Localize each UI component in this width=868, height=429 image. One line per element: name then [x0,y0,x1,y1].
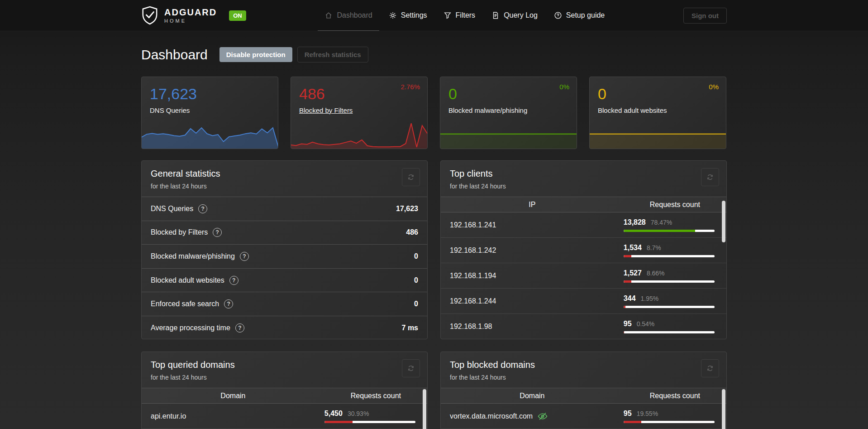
table-row: 192.168.1.241 13,82878.47% [441,212,726,238]
request-percent: 30.93% [348,410,369,417]
disable-protection-button[interactable]: Disable protection [219,47,292,62]
row-value: 0 [414,300,418,308]
sign-out-button[interactable]: Sign out [683,8,727,24]
column-header: Requests count [624,392,726,400]
request-count: 95 [624,410,632,418]
nav-label: Query Log [504,11,538,19]
general-statistics-card: General statistics for the last 24 hours… [141,160,428,339]
blocked-adult-sparkline [589,121,726,149]
help-tooltip-icon[interactable]: ? [229,276,238,285]
domain-name: vortex.data.microsoft.com [450,412,533,420]
table-row: Blocked adult websites? 0 [142,269,427,293]
top-blocked-domains-table: Domain Requests count vortex.data.micros… [441,388,726,429]
help-tooltip-icon[interactable]: ? [198,204,207,213]
column-header: IP [441,201,624,209]
help-tooltip-icon[interactable]: ? [224,299,233,308]
row-label: Enforced safe search [151,300,219,308]
nav-item-dashboard[interactable]: Dashboard [318,0,379,31]
nav-item-setup-guide[interactable]: Setup guide [547,0,611,31]
request-percent: 19.55% [637,410,658,417]
dns-queries-sparkline [141,121,278,149]
table-row: vortex.data.microsoft.com 9519.55% [441,404,726,429]
progress-bar [624,306,715,308]
refresh-card-button[interactable] [402,168,420,186]
card-subtitle: for the last 24 hours [151,183,418,190]
client-ip: 192.168.1.194 [450,272,496,280]
stat-card-dns-queries: 17,623 DNS Queries [141,77,278,149]
protection-status-badge: ON [229,10,246,21]
domain-name: api.entur.io [151,412,186,420]
stat-label[interactable]: Blocked by Filters [299,106,353,114]
refresh-statistics-button[interactable]: Refresh statistics [297,47,368,63]
help-tooltip-icon[interactable]: ? [213,228,222,237]
request-percent: 78.47% [651,219,672,226]
stat-value: 17,623 [150,86,278,102]
refresh-icon [407,173,415,181]
card-title: Top blocked domains [450,360,717,370]
card-subtitle: for the last 24 hours [450,374,717,381]
progress-bar [624,280,715,283]
stat-percent: 2.76% [401,83,420,91]
adguard-shield-logo [141,6,158,25]
row-label: Blocked malware/phishing [151,252,235,260]
refresh-card-button[interactable] [701,168,719,186]
progress-bar [624,331,715,333]
stat-percent: 0% [559,83,569,91]
brand[interactable]: ADGUARD HOME ON [141,0,246,31]
refresh-icon [706,364,714,372]
column-header: Requests count [624,201,726,209]
table-scrollbar-thumb[interactable] [722,389,725,429]
table-scrollbar-thumb[interactable] [423,389,426,429]
request-percent: 1.95% [641,295,659,302]
request-percent: 8.7% [647,244,661,251]
help-tooltip-icon[interactable]: ? [240,252,249,261]
card-title: General statistics [151,169,418,179]
table-row: DNS Queries? 17,623 [142,197,427,221]
card-subtitle: for the last 24 hours [151,374,418,381]
request-count: 5,450 [324,410,343,418]
nav-label: Filters [456,11,476,19]
refresh-icon [706,173,714,181]
table-header: Domain Requests count [441,388,726,404]
stat-cards-row: 17,623 DNS Queries 2.76% 486 Blocked by … [141,77,727,149]
table-row: 192.168.1.98 950.54% [441,314,726,339]
help-tooltip-icon[interactable]: ? [235,323,244,333]
column-header: Domain [142,392,324,400]
stat-percent: 0% [709,83,719,91]
stat-card-blocked-by-filters: 2.76% 486 Blocked by Filters [291,77,428,149]
column-header: Requests count [324,392,427,400]
refresh-card-button[interactable] [701,359,719,377]
nav-item-filters[interactable]: Filters [437,0,482,31]
nav-item-query-log[interactable]: Query Log [485,0,544,31]
request-percent: 8.66% [647,270,665,277]
stat-value: 0 [598,86,726,102]
nav-label: Setup guide [566,11,605,19]
stat-label[interactable]: Blocked malware/phishing [448,106,527,114]
card-title: Top clients [450,169,717,179]
nav-item-settings[interactable]: Settings [382,0,434,31]
page-title: Dashboard [141,47,208,63]
main-menu: Dashboard Settings Filters Query Log Set… [246,0,683,31]
brand-name: ADGUARD [164,8,217,17]
row-label: DNS Queries [151,205,193,213]
brand-sub: HOME [164,19,217,24]
stat-label[interactable]: Blocked adult websites [598,106,667,114]
refresh-card-button[interactable] [402,359,420,377]
client-ip: 192.168.1.242 [450,246,496,255]
stat-label[interactable]: DNS Queries [150,106,190,114]
table-scrollbar-thumb[interactable] [722,201,725,242]
table-row: 192.168.1.244 3441.95% [441,289,726,314]
card-title: Top queried domains [151,360,418,370]
row-value: 486 [406,228,418,236]
page-head: Dashboard Disable protection Refresh sta… [141,47,727,63]
row-label: Blocked adult websites [151,276,224,284]
refresh-icon [407,364,415,372]
gear-icon [389,11,397,19]
stat-value: 0 [448,86,577,102]
client-ip: 192.168.1.244 [450,297,496,305]
table-header: Domain Requests count [142,388,427,404]
top-clients-card: Top clients for the last 24 hours IP Req… [440,160,727,339]
table-row: Enforced safe search? 0 [142,292,427,316]
general-statistics-table: DNS Queries? 17,623 Blocked by Filters? … [142,197,427,339]
request-count: 1,527 [624,269,642,277]
